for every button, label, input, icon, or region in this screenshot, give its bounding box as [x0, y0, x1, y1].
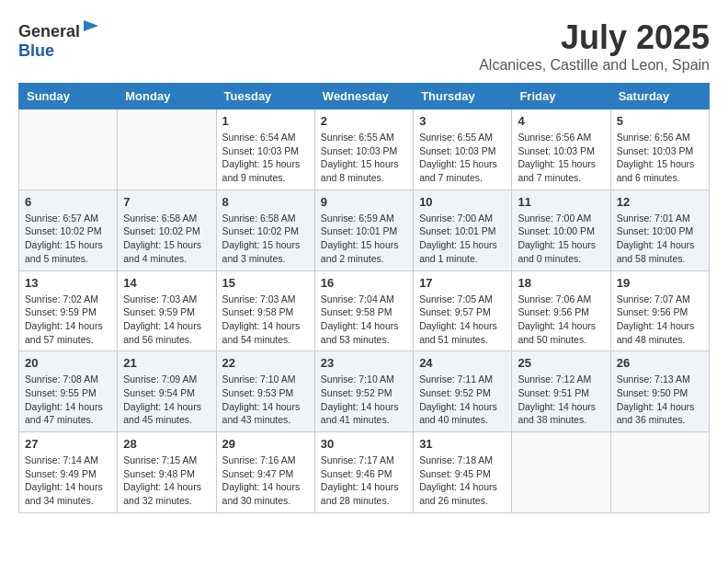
- table-row: 5Sunrise: 6:56 AMSunset: 10:03 PMDayligh…: [610, 109, 709, 190]
- sunset-text: Sunset: 9:48 PM: [123, 468, 195, 479]
- sunset-text: Sunset: 9:53 PM: [222, 387, 294, 398]
- sunrise-text: Sunrise: 7:18 AM: [419, 454, 493, 465]
- calendar-week-row: 27Sunrise: 7:14 AMSunset: 9:49 PMDayligh…: [19, 432, 710, 513]
- page-header: General Blue July 2025 Alcanices, Castil…: [18, 18, 710, 74]
- daylight-text: Daylight: 14 hours and 58 minutes.: [617, 239, 695, 264]
- sunset-text: Sunset: 9:46 PM: [321, 468, 392, 479]
- day-number: 1: [222, 114, 309, 128]
- daylight-text: Daylight: 14 hours and 51 minutes.: [419, 320, 497, 345]
- day-number: 20: [25, 356, 111, 370]
- calendar-week-row: 13Sunrise: 7:02 AMSunset: 9:59 PMDayligh…: [19, 270, 710, 351]
- sunrise-text: Sunrise: 7:15 AM: [123, 454, 197, 465]
- table-row: 21Sunrise: 7:09 AMSunset: 9:54 PMDayligh…: [118, 351, 216, 432]
- table-row: 18Sunrise: 7:06 AMSunset: 9:56 PMDayligh…: [512, 270, 610, 351]
- day-info: Sunrise: 6:54 AMSunset: 10:03 PMDaylight…: [222, 131, 309, 185]
- table-row: 8Sunrise: 6:58 AMSunset: 10:02 PMDayligh…: [216, 190, 314, 270]
- daylight-text: Daylight: 15 hours and 3 minutes.: [222, 239, 301, 264]
- table-row: 23Sunrise: 7:10 AMSunset: 9:52 PMDayligh…: [314, 351, 413, 432]
- sunrise-text: Sunrise: 7:11 AM: [419, 373, 493, 385]
- sunset-text: Sunset: 9:52 PM: [419, 387, 491, 398]
- daylight-text: Daylight: 14 hours and 45 minutes.: [123, 401, 201, 426]
- sunset-text: Sunset: 9:58 PM: [321, 306, 392, 317]
- sunrise-text: Sunrise: 6:55 AM: [419, 132, 493, 143]
- col-friday: Friday: [512, 84, 610, 109]
- table-row: [118, 109, 216, 190]
- daylight-text: Daylight: 15 hours and 7 minutes.: [419, 158, 497, 183]
- daylight-text: Daylight: 15 hours and 6 minutes.: [617, 158, 695, 183]
- sunset-text: Sunset: 9:58 PM: [222, 306, 294, 317]
- sunrise-text: Sunrise: 7:14 AM: [25, 454, 98, 465]
- daylight-text: Daylight: 14 hours and 34 minutes.: [25, 481, 103, 506]
- table-row: 19Sunrise: 7:07 AMSunset: 9:56 PMDayligh…: [610, 270, 709, 351]
- sunrise-text: Sunrise: 6:56 AM: [518, 132, 591, 143]
- sunset-text: Sunset: 9:49 PM: [25, 468, 97, 479]
- day-info: Sunrise: 6:55 AMSunset: 10:03 PMDaylight…: [419, 131, 506, 185]
- sunrise-text: Sunrise: 7:02 AM: [25, 293, 98, 304]
- sunset-text: Sunset: 9:50 PM: [617, 387, 688, 398]
- day-info: Sunrise: 7:02 AMSunset: 9:59 PMDaylight:…: [25, 293, 111, 347]
- sunrise-text: Sunrise: 7:13 AM: [617, 373, 690, 385]
- calendar-table: Sunday Monday Tuesday Wednesday Thursday…: [18, 83, 710, 513]
- daylight-text: Daylight: 14 hours and 41 minutes.: [321, 401, 399, 426]
- daylight-text: Daylight: 14 hours and 50 minutes.: [518, 320, 596, 345]
- day-number: 8: [222, 195, 309, 209]
- day-info: Sunrise: 7:11 AMSunset: 9:52 PMDaylight:…: [419, 373, 506, 427]
- sunset-text: Sunset: 9:45 PM: [419, 468, 491, 479]
- day-info: Sunrise: 7:16 AMSunset: 9:47 PMDaylight:…: [222, 454, 309, 508]
- daylight-text: Daylight: 14 hours and 54 minutes.: [222, 320, 301, 345]
- day-info: Sunrise: 6:55 AMSunset: 10:03 PMDaylight…: [321, 131, 407, 185]
- day-number: 25: [518, 356, 604, 370]
- daylight-text: Daylight: 14 hours and 43 minutes.: [222, 401, 301, 426]
- daylight-text: Daylight: 14 hours and 28 minutes.: [321, 481, 399, 506]
- month-year-title: July 2025: [479, 18, 710, 57]
- table-row: 27Sunrise: 7:14 AMSunset: 9:49 PMDayligh…: [19, 432, 118, 513]
- day-number: 31: [419, 437, 506, 451]
- table-row: 9Sunrise: 6:59 AMSunset: 10:01 PMDayligh…: [314, 190, 413, 270]
- day-info: Sunrise: 6:58 AMSunset: 10:02 PMDaylight…: [222, 212, 309, 266]
- day-number: 10: [419, 195, 506, 209]
- day-info: Sunrise: 7:13 AMSunset: 9:50 PMDaylight:…: [617, 373, 703, 427]
- day-info: Sunrise: 6:59 AMSunset: 10:01 PMDaylight…: [321, 212, 407, 266]
- table-row: 4Sunrise: 6:56 AMSunset: 10:03 PMDayligh…: [512, 109, 610, 190]
- sunrise-text: Sunrise: 7:17 AM: [321, 454, 394, 465]
- sunset-text: Sunset: 10:03 PM: [222, 145, 299, 156]
- sunrise-text: Sunrise: 7:09 AM: [123, 373, 197, 385]
- sunset-text: Sunset: 9:59 PM: [25, 306, 97, 317]
- day-number: 15: [222, 276, 309, 290]
- daylight-text: Daylight: 15 hours and 9 minutes.: [222, 158, 301, 183]
- day-number: 2: [321, 114, 407, 128]
- logo-general-text: General: [18, 22, 80, 40]
- day-info: Sunrise: 7:07 AMSunset: 9:56 PMDaylight:…: [617, 293, 703, 347]
- day-number: 18: [518, 276, 604, 290]
- daylight-text: Daylight: 15 hours and 4 minutes.: [123, 239, 201, 264]
- table-row: 3Sunrise: 6:55 AMSunset: 10:03 PMDayligh…: [414, 109, 512, 190]
- table-row: 12Sunrise: 7:01 AMSunset: 10:00 PMDaylig…: [610, 190, 709, 270]
- sunrise-text: Sunrise: 6:57 AM: [25, 213, 98, 224]
- day-number: 28: [123, 437, 210, 451]
- day-number: 4: [518, 114, 604, 128]
- daylight-text: Daylight: 14 hours and 30 minutes.: [222, 481, 301, 506]
- sunset-text: Sunset: 9:47 PM: [222, 468, 294, 479]
- day-info: Sunrise: 7:14 AMSunset: 9:49 PMDaylight:…: [25, 454, 111, 508]
- col-tuesday: Tuesday: [216, 84, 314, 109]
- table-row: 10Sunrise: 7:00 AMSunset: 10:01 PMDaylig…: [414, 190, 512, 270]
- sunset-text: Sunset: 10:03 PM: [419, 145, 495, 156]
- table-row: 28Sunrise: 7:15 AMSunset: 9:48 PMDayligh…: [118, 432, 216, 513]
- table-row: 31Sunrise: 7:18 AMSunset: 9:45 PMDayligh…: [414, 432, 512, 513]
- table-row: 30Sunrise: 7:17 AMSunset: 9:46 PMDayligh…: [314, 432, 413, 513]
- sunrise-text: Sunrise: 7:07 AM: [617, 293, 690, 304]
- sunset-text: Sunset: 10:02 PM: [123, 225, 199, 236]
- sunrise-text: Sunrise: 7:10 AM: [321, 373, 394, 385]
- day-number: 14: [123, 276, 210, 290]
- day-info: Sunrise: 7:00 AMSunset: 10:00 PMDaylight…: [518, 212, 604, 266]
- sunset-text: Sunset: 9:56 PM: [617, 306, 688, 317]
- day-info: Sunrise: 7:05 AMSunset: 9:57 PMDaylight:…: [419, 293, 506, 347]
- svg-marker-0: [84, 20, 98, 31]
- daylight-text: Daylight: 14 hours and 47 minutes.: [25, 401, 103, 426]
- table-row: 1Sunrise: 6:54 AMSunset: 10:03 PMDayligh…: [216, 109, 314, 190]
- day-number: 19: [617, 276, 703, 290]
- sunrise-text: Sunrise: 7:00 AM: [419, 213, 493, 224]
- day-number: 16: [321, 276, 407, 290]
- sunset-text: Sunset: 9:54 PM: [123, 387, 195, 398]
- table-row: 25Sunrise: 7:12 AMSunset: 9:51 PMDayligh…: [512, 351, 610, 432]
